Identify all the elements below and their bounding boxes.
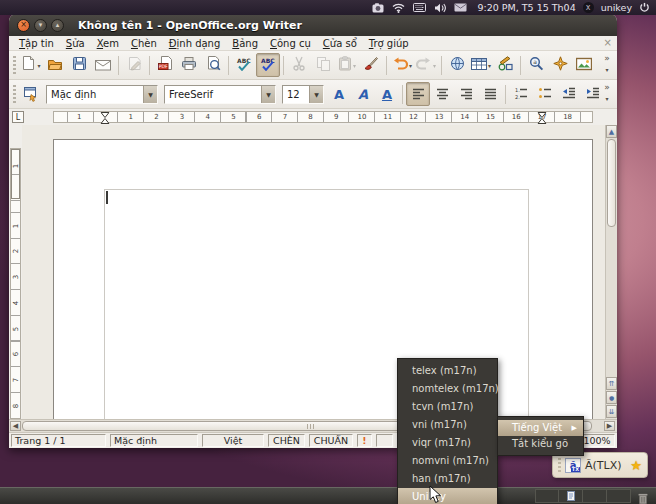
menu-đinh-dang[interactable]: Định dạng bbox=[163, 36, 227, 51]
insert-mode-field[interactable]: CHÈN bbox=[268, 434, 305, 447]
menu-item-han-m17n-[interactable]: han (m17n) bbox=[398, 470, 497, 488]
dropdown-arrow-icon[interactable]: ▾ bbox=[433, 62, 436, 69]
align-justify-button[interactable] bbox=[478, 82, 502, 106]
previous-page-icon[interactable]: ⇈ bbox=[606, 377, 617, 390]
font-name-combo[interactable]: FreeSerif ▼ bbox=[164, 85, 276, 104]
star-icon[interactable]: ★ bbox=[630, 458, 642, 473]
hyperlink-button[interactable] bbox=[445, 53, 469, 77]
toolbar-grip[interactable] bbox=[13, 56, 16, 75]
minimize-button[interactable]: ▾ bbox=[34, 19, 47, 32]
new-document-button[interactable]: ▾ bbox=[19, 53, 43, 77]
gallery-button[interactable] bbox=[572, 53, 596, 77]
bullet-list-button[interactable] bbox=[533, 82, 557, 106]
input-method-icon[interactable] bbox=[413, 3, 426, 12]
menu-item-nomtelex-m17n-[interactable]: nomtelex (m17n) bbox=[398, 380, 497, 398]
bold-button[interactable]: A bbox=[327, 82, 351, 106]
styles-button[interactable] bbox=[19, 82, 43, 106]
menu-sua[interactable]: Sửa bbox=[60, 36, 91, 51]
open-button[interactable] bbox=[43, 53, 67, 77]
scroll-up-icon[interactable]: ▲ bbox=[606, 125, 617, 138]
margin-marker[interactable] bbox=[537, 112, 546, 126]
menu-item-unikey[interactable]: Unikey bbox=[398, 488, 497, 504]
undo-button[interactable]: ▾ bbox=[390, 53, 414, 77]
save-button[interactable] bbox=[67, 53, 91, 77]
numbered-list-button[interactable]: 1.2. bbox=[509, 82, 533, 106]
menu-item-tcvn-m17n-[interactable]: tcvn (m17n) bbox=[398, 398, 497, 416]
underline-button[interactable]: A bbox=[375, 82, 399, 106]
italic-button[interactable]: A bbox=[351, 82, 375, 106]
find-replace-button[interactable]: a bbox=[524, 53, 548, 77]
menu-tro-giup[interactable]: Trợ giúp bbox=[363, 36, 415, 51]
page[interactable] bbox=[53, 139, 593, 419]
vertical-ruler[interactable]: 112345678 bbox=[9, 125, 22, 419]
vertical-scrollbar[interactable]: ▲ ⇈ ● ⇊ bbox=[605, 125, 617, 419]
page-preview-button[interactable] bbox=[201, 53, 225, 77]
close-document-icon[interactable]: × bbox=[604, 36, 612, 51]
menu-tap-tin[interactable]: Tập tin bbox=[13, 36, 60, 51]
unikey-keyboard-icon[interactable]: ăTX bbox=[565, 458, 581, 473]
wifi-icon[interactable] bbox=[392, 3, 405, 13]
chevron-down-icon[interactable]: ▼ bbox=[309, 86, 323, 103]
table-button[interactable]: ▾ bbox=[469, 53, 493, 77]
align-right-button[interactable] bbox=[454, 82, 478, 106]
user-menu[interactable]: unikey bbox=[601, 2, 632, 13]
trash-icon[interactable] bbox=[637, 490, 649, 504]
format-paintbrush-button[interactable] bbox=[359, 53, 383, 77]
page-field[interactable]: Trang 1 / 1 bbox=[11, 434, 106, 447]
chevron-down-icon[interactable]: ▼ bbox=[261, 86, 275, 103]
maximize-button[interactable]: ▴ bbox=[51, 19, 64, 32]
modified-field[interactable]: ! bbox=[357, 434, 372, 447]
font-size-combo[interactable]: 12 ▼ bbox=[282, 85, 324, 104]
camera-icon[interactable] bbox=[372, 3, 384, 13]
volume-icon[interactable] bbox=[434, 3, 446, 13]
menu-item-nomvni-m17n-[interactable]: nomvni (m17n) bbox=[398, 452, 497, 470]
paragraph-style-combo[interactable]: Mặc định ▼ bbox=[46, 85, 158, 104]
titlebar[interactable]: × ▾ ▴ Không tên 1 - OpenOffice.org Write… bbox=[9, 14, 617, 36]
menu-xem[interactable]: Xem bbox=[91, 36, 125, 51]
menu-cong-cu[interactable]: Công cụ bbox=[264, 36, 317, 51]
user-badge-icon[interactable]: x bbox=[583, 2, 594, 13]
align-center-button[interactable] bbox=[430, 82, 454, 106]
export-pdf-button[interactable]: PDF bbox=[153, 53, 177, 77]
workspace-2[interactable] bbox=[559, 489, 583, 503]
print-button[interactable] bbox=[177, 53, 201, 77]
email-button[interactable] bbox=[91, 53, 115, 77]
workspace-3[interactable] bbox=[583, 489, 607, 503]
margin-marker[interactable] bbox=[101, 112, 110, 126]
menu-item-t-t-ki-u-g-[interactable]: Tắt kiểu gõ bbox=[498, 436, 583, 452]
next-page-icon[interactable]: ⇊ bbox=[606, 405, 617, 418]
auto-spellcheck-button[interactable]: ABC bbox=[256, 53, 280, 77]
navigation-icon[interactable]: ● bbox=[606, 391, 617, 404]
menu-chen[interactable]: Chèn bbox=[125, 36, 163, 51]
horizontal-ruler[interactable]: 1123456789101112131415161718 bbox=[53, 111, 593, 123]
toolbar-grip[interactable] bbox=[13, 85, 16, 104]
menu-item-vni-m17n-[interactable]: vni (m17n) bbox=[398, 416, 497, 434]
chevron-down-icon[interactable]: ▼ bbox=[143, 86, 157, 103]
decrease-indent-button[interactable] bbox=[557, 82, 581, 106]
tab-selector[interactable]: L bbox=[12, 111, 24, 123]
navigator-button[interactable] bbox=[548, 53, 572, 77]
dropdown-arrow-icon[interactable]: ▾ bbox=[488, 62, 491, 69]
standard-toolbar-overflow[interactable]: »▾ bbox=[600, 53, 614, 75]
workspace-1[interactable] bbox=[535, 489, 559, 503]
drag-handle[interactable] bbox=[558, 458, 561, 472]
draw-functions-button[interactable] bbox=[493, 53, 517, 77]
align-left-button[interactable] bbox=[406, 82, 430, 106]
language-field[interactable]: Việt bbox=[202, 434, 264, 447]
power-icon[interactable] bbox=[639, 2, 650, 13]
menu-bang[interactable]: Bảng bbox=[226, 36, 264, 51]
selection-mode-field[interactable]: CHUẨN bbox=[309, 434, 353, 447]
vertical-scroll-thumb[interactable] bbox=[607, 139, 616, 227]
unikey-mode-label[interactable]: Ã(TLX) bbox=[585, 459, 622, 472]
workspace-switcher[interactable] bbox=[535, 489, 631, 503]
mail-icon[interactable] bbox=[454, 3, 467, 12]
scroll-right-icon[interactable]: ▶ bbox=[604, 421, 615, 431]
menu-cua-so[interactable]: Cửa sổ bbox=[317, 36, 363, 51]
spellcheck-button[interactable]: ABC bbox=[232, 53, 256, 77]
scroll-left-icon[interactable]: ◀ bbox=[10, 421, 21, 431]
menu-item-telex-m17n-[interactable]: telex (m17n) bbox=[398, 362, 497, 380]
menu-item-viqr-m17n-[interactable]: viqr (m17n) bbox=[398, 434, 497, 452]
menu-item-ti-ng-vi-t[interactable]: Tiếng Việt▶ bbox=[498, 420, 583, 436]
style-field[interactable]: Mặc định bbox=[110, 434, 198, 447]
dropdown-arrow-icon[interactable]: ▾ bbox=[409, 62, 412, 69]
